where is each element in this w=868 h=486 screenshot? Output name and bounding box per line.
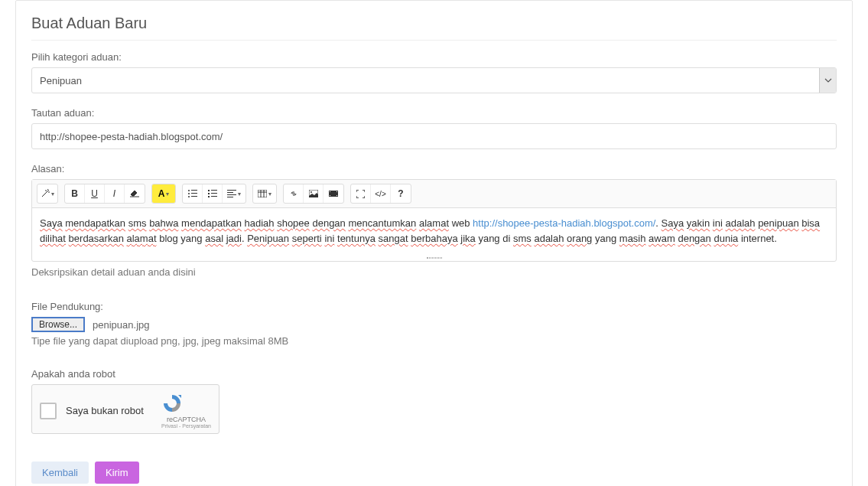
magic-button[interactable]: ▾	[37, 184, 57, 203]
category-label: Pilih kategori aduan:	[31, 51, 837, 63]
svg-rect-14	[227, 194, 236, 195]
svg-rect-12	[227, 190, 236, 191]
caret-down-icon: ▾	[238, 191, 241, 197]
ol-button[interactable]	[203, 184, 223, 203]
svg-rect-7	[211, 190, 217, 191]
rich-editor: ▾ B U I A ▾	[31, 179, 837, 262]
code-button[interactable]: </>	[371, 184, 391, 203]
svg-rect-1	[191, 190, 197, 191]
svg-point-0	[188, 190, 190, 191]
chevron-down-icon	[824, 78, 832, 83]
recaptcha-logo: reCAPTCHA Privasi - Persyaratan	[161, 393, 211, 429]
svg-rect-9	[211, 193, 217, 194]
list-ol-icon	[208, 190, 217, 197]
video-button[interactable]	[323, 184, 343, 203]
eraser-icon	[130, 190, 139, 197]
eraser-button[interactable]	[125, 184, 145, 203]
underline-icon: U	[91, 188, 98, 199]
code-icon: </>	[375, 190, 385, 198]
file-name: penipuan.jpg	[93, 319, 149, 331]
captcha-checkbox[interactable]	[40, 403, 57, 419]
select-dropdown-button[interactable]	[819, 68, 836, 93]
resize-handle[interactable]	[32, 255, 836, 261]
recaptcha-brand: reCAPTCHA	[161, 416, 211, 423]
editor-content[interactable]: Saya mendapatkan sms bahwa mendapatkan h…	[32, 208, 836, 255]
question-icon: ?	[398, 188, 403, 199]
reason-helper: Deksripsikan detail aduan anda disini	[31, 266, 837, 278]
align-icon	[227, 190, 236, 197]
page-title: Buat Aduan Baru	[31, 15, 837, 41]
svg-rect-3	[191, 193, 197, 194]
svg-rect-6	[208, 190, 210, 191]
reason-label: Alasan:	[31, 163, 837, 175]
fullscreen-icon	[356, 190, 365, 198]
content-link[interactable]: http://shopee-pesta-hadiah.blogspot.com/	[473, 217, 655, 229]
font-color-button[interactable]: A ▾	[152, 184, 175, 203]
captcha-checkbox-label: Saya bukan robot	[66, 405, 161, 416]
fullscreen-button[interactable]	[351, 184, 371, 203]
image-icon	[309, 190, 318, 197]
category-select[interactable]: Penipuan	[31, 67, 837, 93]
grip-icon	[427, 257, 442, 259]
link-input[interactable]	[31, 123, 837, 149]
image-button[interactable]	[304, 184, 323, 203]
link-label: Tautan aduan:	[31, 107, 837, 119]
svg-rect-5	[191, 196, 197, 197]
svg-point-2	[188, 193, 190, 194]
align-button[interactable]: ▾	[223, 184, 245, 203]
svg-rect-10	[208, 196, 210, 197]
back-button[interactable]: Kembali	[31, 462, 89, 484]
recaptcha-icon	[161, 393, 183, 414]
form-card: Buat Aduan Baru Pilih kategori aduan: Pe…	[15, 0, 853, 486]
caret-down-icon: ▾	[166, 191, 169, 197]
svg-point-21	[310, 191, 312, 193]
caret-down-icon: ▾	[51, 191, 54, 197]
help-button[interactable]: ?	[391, 184, 411, 203]
magic-wand-icon	[41, 189, 50, 198]
table-icon	[258, 190, 267, 197]
italic-icon: I	[113, 188, 115, 199]
bold-icon: B	[71, 188, 78, 199]
svg-rect-26	[336, 195, 337, 196]
link-button[interactable]	[284, 184, 304, 203]
svg-rect-23	[330, 191, 330, 192]
captcha-label: Apakah anda robot	[31, 368, 837, 380]
svg-rect-11	[211, 196, 217, 197]
bold-button[interactable]: B	[65, 184, 85, 203]
underline-button[interactable]: U	[85, 184, 105, 203]
recaptcha-widget: Saya bukan robot reCAPTCHA Privasi - Per…	[31, 384, 219, 434]
category-value: Penipuan	[32, 75, 819, 86]
svg-rect-25	[336, 191, 337, 192]
ul-button[interactable]	[183, 184, 203, 203]
file-label: File Pendukung:	[31, 301, 837, 312]
browse-button[interactable]: Browse...	[31, 317, 85, 332]
recaptcha-privacy: Privasi - Persyaratan	[161, 423, 211, 429]
table-button[interactable]: ▾	[253, 184, 276, 203]
svg-rect-24	[330, 195, 330, 196]
list-ul-icon	[188, 190, 197, 197]
svg-point-4	[188, 196, 190, 197]
svg-rect-13	[227, 192, 233, 193]
file-helper: Tipe file yang dapat diupload png, jpg, …	[31, 335, 837, 347]
font-color-icon: A	[158, 188, 165, 199]
italic-button[interactable]: I	[105, 184, 125, 203]
caret-down-icon: ▾	[268, 191, 271, 197]
svg-rect-16	[258, 190, 267, 197]
svg-rect-8	[208, 193, 210, 194]
send-button[interactable]: Kirim	[95, 462, 139, 484]
svg-marker-27	[178, 395, 181, 398]
video-icon	[329, 190, 338, 197]
editor-toolbar: ▾ B U I A ▾	[32, 180, 836, 208]
link-icon	[289, 190, 298, 197]
svg-rect-15	[227, 197, 233, 197]
